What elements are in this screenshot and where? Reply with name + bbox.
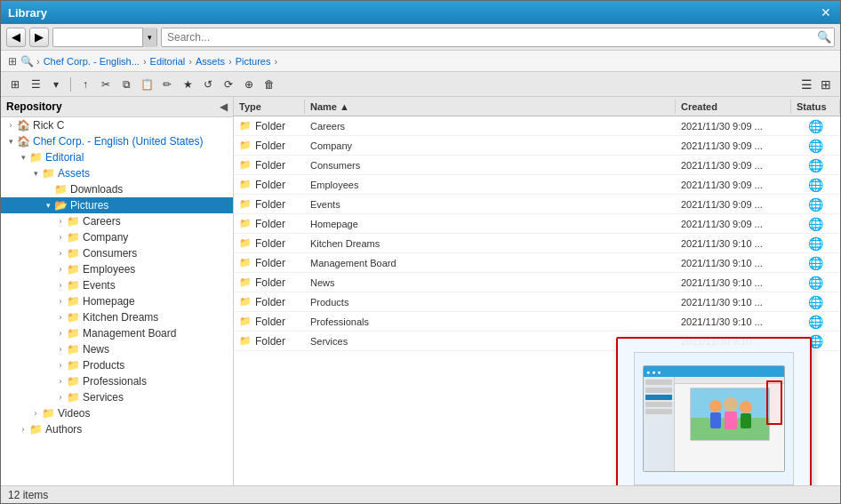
- expand-videos[interactable]: ›: [29, 407, 42, 420]
- grid-view-small-btn[interactable]: ⊞: [6, 76, 24, 93]
- breadcrumb-assets[interactable]: Assets: [196, 56, 225, 67]
- expand-editorial[interactable]: ▾: [17, 151, 29, 164]
- table-row[interactable]: 📁FolderProducts2021/11/30 9:10 ...🌐: [234, 292, 840, 312]
- col-created[interactable]: Created: [676, 100, 791, 114]
- sidebar-item-rick[interactable]: › 🏠 Rick C: [1, 117, 233, 133]
- sidebar-item-consumers[interactable]: › 📁 Consumers: [1, 245, 233, 261]
- cell-status: 🌐: [791, 196, 840, 213]
- breadcrumb-pictures[interactable]: Pictures: [236, 56, 271, 67]
- label-company: Company: [83, 231, 128, 244]
- sync-btn[interactable]: ⟳: [220, 76, 237, 93]
- svg-point-6: [740, 401, 752, 413]
- sidebar-item-services[interactable]: › 📁 Services: [1, 389, 233, 405]
- breadcrumb-search-icon[interactable]: 🔍: [20, 55, 33, 68]
- toolbar-actions: ⊞ ☰ ▾ ↑ ✂ ⧉ 📋 ✏ ★ ↺ ⟳ ⊕ 🗑 ☰ ⊞: [1, 72, 840, 97]
- folder-icon: 📁: [239, 276, 252, 288]
- sidebar-item-videos[interactable]: › 📁 Videos: [1, 405, 233, 421]
- expand-authors[interactable]: ›: [17, 423, 29, 436]
- expand-consumers[interactable]: ›: [54, 247, 67, 260]
- sidebar-item-authors[interactable]: › 📁 Authors: [1, 421, 233, 437]
- sidebar-item-news[interactable]: › 📁 News: [1, 341, 233, 357]
- cut-btn[interactable]: ✂: [97, 76, 115, 93]
- table-row[interactable]: 📁FolderCompany2021/11/30 9:09 ...🌐: [234, 136, 840, 156]
- table-row[interactable]: 📁FolderHomepage2021/11/30 9:09 ...🌐: [234, 214, 840, 234]
- more-btn[interactable]: ⊕: [240, 76, 258, 93]
- globe-icon: 🌐: [808, 178, 823, 192]
- scope-input[interactable]: All: [53, 31, 142, 44]
- sidebar-item-chefcorp[interactable]: ▾ 🏠 Chef Corp. - English (United States): [1, 133, 233, 149]
- list-view-btn[interactable]: ☰: [27, 76, 44, 93]
- list-view-toggle[interactable]: ☰: [797, 76, 815, 93]
- sidebar-item-downloads[interactable]: 📁 Downloads: [1, 181, 233, 197]
- expand-careers[interactable]: ›: [54, 215, 67, 228]
- expand-events[interactable]: ›: [54, 279, 67, 292]
- table-row[interactable]: 📁FolderEvents2021/11/30 9:09 ...🌐: [234, 195, 840, 214]
- scope-dropdown-arrow[interactable]: ▾: [142, 28, 156, 47]
- forward-button[interactable]: ▶: [29, 28, 49, 47]
- scope-dropdown[interactable]: All ▾: [52, 28, 157, 47]
- search-input[interactable]: [162, 31, 814, 44]
- close-button[interactable]: ✕: [819, 5, 833, 20]
- item-count: 12 items: [8, 489, 48, 501]
- expand-pictures[interactable]: ▾: [42, 199, 54, 212]
- sidebar-item-editorial[interactable]: ▾ 📁 Editorial: [1, 149, 233, 165]
- table-row[interactable]: 📁FolderProfessionals2021/11/30 9:10 ...🌐: [234, 312, 840, 332]
- table-row[interactable]: 📁FolderManagement Board2021/11/30 9:10 .…: [234, 253, 840, 273]
- expand-rick[interactable]: ›: [4, 119, 17, 132]
- table-row[interactable]: 📁FolderConsumers2021/11/30 9:09 ...🌐: [234, 156, 840, 175]
- globe-icon: 🌐: [808, 315, 823, 329]
- refresh-btn[interactable]: ↺: [199, 76, 217, 93]
- col-name[interactable]: Name ▲: [305, 100, 676, 114]
- sidebar-item-company[interactable]: › 📁 Company: [1, 229, 233, 245]
- paste-btn[interactable]: 📋: [138, 76, 156, 93]
- upload-btn[interactable]: ↑: [76, 76, 94, 93]
- col-type[interactable]: Type: [234, 100, 305, 114]
- col-status[interactable]: Status: [791, 100, 840, 114]
- search-button[interactable]: 🔍: [814, 28, 834, 47]
- folder-icon: 📁: [239, 159, 252, 171]
- sidebar-item-careers[interactable]: › 📁 Careers: [1, 213, 233, 229]
- expand-services[interactable]: ›: [54, 391, 67, 404]
- dropdown-arrow-btn[interactable]: ▾: [47, 76, 65, 93]
- breadcrumb-home-icon[interactable]: ⊞: [6, 55, 19, 68]
- sidebar-item-mgmtboard[interactable]: › 📁 Management Board: [1, 325, 233, 341]
- breadcrumb-chefcorp[interactable]: Chef Corp. - English...: [44, 56, 140, 67]
- expand-employees[interactable]: ›: [54, 263, 67, 276]
- table-row[interactable]: 📁FolderKitchen Dreams2021/11/30 9:10 ...…: [234, 234, 840, 253]
- sidebar-item-homepage[interactable]: › 📁 Homepage: [1, 293, 233, 309]
- sidebar-collapse-btn[interactable]: ◀: [220, 100, 228, 113]
- search-box[interactable]: 🔍: [161, 28, 835, 47]
- sidebar-item-professionals[interactable]: › 📁 Professionals: [1, 373, 233, 389]
- content-area: Type Name ▲ Created Status 📁FolderCareer…: [234, 97, 840, 485]
- edit-btn[interactable]: ✏: [158, 76, 176, 93]
- favorite-btn[interactable]: ★: [179, 76, 196, 93]
- expand-mgmtboard[interactable]: ›: [54, 327, 67, 340]
- sidebar-item-assets[interactable]: ▾ 📁 Assets: [1, 165, 233, 181]
- sidebar-item-events[interactable]: › 📁 Events: [1, 277, 233, 293]
- delete-btn[interactable]: 🗑: [260, 76, 278, 93]
- expand-news[interactable]: ›: [54, 343, 67, 356]
- expand-chefcorp[interactable]: ▾: [4, 135, 17, 148]
- back-button[interactable]: ◀: [6, 28, 26, 47]
- table-row[interactable]: 📁FolderCareers2021/11/30 9:09 ...🌐: [234, 116, 840, 136]
- expand-products[interactable]: ›: [54, 359, 67, 372]
- expand-kitchendreams[interactable]: ›: [54, 311, 67, 324]
- breadcrumb-editorial[interactable]: Editorial: [150, 56, 186, 67]
- grid-view-toggle[interactable]: ⊞: [817, 76, 835, 93]
- sidebar-item-products[interactable]: › 📁 Products: [1, 357, 233, 373]
- expand-company[interactable]: ›: [54, 231, 67, 244]
- folder-downloads-icon: 📁: [54, 183, 68, 196]
- expand-professionals[interactable]: ›: [54, 375, 67, 388]
- sidebar-item-kitchendreams[interactable]: › 📁 Kitchen Dreams: [1, 309, 233, 325]
- copy-content-btn[interactable]: ⧉: [117, 76, 135, 93]
- label-professionals: Professionals: [83, 375, 147, 388]
- sidebar-item-pictures[interactable]: ▾ 📂 Pictures: [1, 197, 233, 213]
- table-row[interactable]: 📁FolderEmployees2021/11/30 9:09 ...🌐: [234, 175, 840, 195]
- expand-assets[interactable]: ▾: [29, 167, 42, 180]
- table-row[interactable]: 📁FolderNews2021/11/30 9:10 ...🌐: [234, 273, 840, 292]
- sidebar-item-employees[interactable]: › 📁 Employees: [1, 261, 233, 277]
- type-label: Folder: [255, 316, 285, 328]
- folder-employees-icon: 📁: [67, 263, 80, 276]
- cell-type: 📁Folder: [234, 196, 305, 212]
- expand-homepage[interactable]: ›: [54, 295, 67, 308]
